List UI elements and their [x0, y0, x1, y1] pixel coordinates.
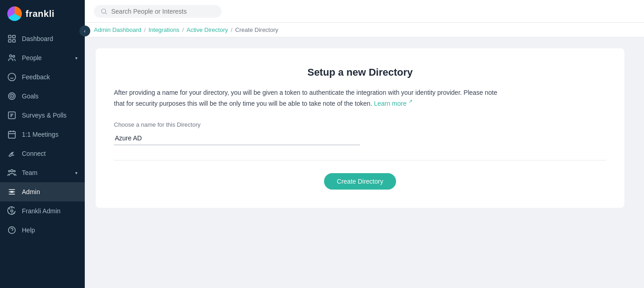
sidebar-item-team-label: Team	[22, 169, 37, 176]
sidebar-item-dashboard-label: Dashboard	[22, 35, 53, 42]
sidebar-item-goals-label: Goals	[22, 93, 39, 100]
sidebar-item-team[interactable]: Team ▾	[0, 163, 85, 182]
breadcrumb-active-directory[interactable]: Active Directory	[186, 26, 228, 33]
people-icon	[7, 53, 16, 62]
meetings-icon	[7, 130, 16, 139]
breadcrumb-create-directory: Create Directory	[235, 26, 278, 33]
search-box[interactable]	[94, 5, 222, 18]
breadcrumb-sep-1: /	[144, 26, 146, 33]
directory-name-input[interactable]	[114, 132, 360, 145]
breadcrumb-admin-dashboard[interactable]: Admin Dashboard	[94, 26, 141, 33]
svg-point-10	[11, 96, 12, 97]
goals-icon	[7, 92, 16, 101]
svg-point-20	[11, 170, 13, 172]
help-icon	[7, 226, 16, 235]
svg-rect-15	[9, 131, 15, 138]
directory-name-label: Choose a name for this Directory	[114, 121, 606, 128]
sidebar-item-people-label: People	[22, 54, 42, 62]
sidebar-item-admin-label: Admin	[22, 188, 40, 195]
svg-point-4	[10, 55, 12, 57]
card-description-text: After providing a name for your director…	[114, 89, 497, 107]
sidebar-item-help[interactable]: Help	[0, 221, 85, 240]
svg-line-31	[105, 13, 107, 14]
sidebar-nav: Dashboard People ▾ Feedback Goals	[0, 27, 85, 288]
svg-point-5	[13, 56, 15, 57]
sidebar-item-surveys[interactable]: Surveys & Polls	[0, 106, 85, 125]
card-title: Setup a new Directory	[114, 67, 606, 78]
sidebar-item-meetings[interactable]: 1:1 Meetings	[0, 125, 85, 144]
sidebar-item-meetings-label: 1:1 Meetings	[22, 131, 58, 138]
external-link-icon: ↗	[408, 98, 412, 104]
svg-point-21	[9, 170, 10, 172]
sidebar: frankli ‹ Dashboard People ▾ Feedback	[0, 0, 85, 288]
directory-name-form-group: Choose a name for this Directory	[114, 121, 606, 145]
sidebar-item-frankli-admin-label: Frankli Admin	[22, 207, 61, 215]
svg-rect-26	[10, 191, 14, 192]
team-icon	[7, 168, 16, 177]
sidebar-item-dashboard[interactable]: Dashboard	[0, 29, 85, 48]
card-description: After providing a name for your director…	[114, 87, 506, 108]
svg-rect-3	[13, 40, 15, 42]
sidebar-logo: frankli	[0, 0, 85, 27]
breadcrumb-sep-2: /	[182, 26, 184, 33]
sidebar-item-surveys-label: Surveys & Polls	[22, 112, 67, 119]
learn-more-link[interactable]: Learn more ↗	[374, 100, 412, 107]
setup-card: Setup a new Directory After providing a …	[96, 48, 624, 208]
sidebar-item-feedback-label: Feedback	[22, 73, 50, 81]
search-icon	[100, 8, 108, 15]
svg-point-8	[9, 93, 15, 100]
frankli-logo-icon	[7, 6, 22, 21]
sidebar-item-connect[interactable]: Connect	[0, 144, 85, 163]
svg-point-19	[11, 153, 12, 154]
connect-icon	[7, 149, 16, 158]
surveys-icon	[7, 111, 16, 120]
frankli-admin-icon	[7, 206, 16, 216]
sidebar-collapse-button[interactable]: ‹	[79, 26, 90, 36]
svg-rect-0	[9, 36, 11, 38]
svg-rect-2	[9, 40, 11, 42]
sidebar-logo-text: frankli	[26, 9, 55, 19]
content-area: Setup a new Directory After providing a …	[85, 37, 644, 288]
sidebar-item-help-label: Help	[22, 226, 35, 234]
sidebar-item-admin[interactable]: Admin	[0, 182, 85, 201]
svg-point-28	[9, 227, 15, 234]
feedback-icon	[7, 72, 16, 82]
breadcrumb-sep-3: /	[231, 26, 232, 33]
admin-icon	[7, 187, 16, 196]
sidebar-item-feedback[interactable]: Feedback	[0, 67, 85, 87]
sidebar-item-connect-label: Connect	[22, 150, 46, 157]
search-input[interactable]	[111, 8, 215, 15]
svg-rect-1	[13, 36, 15, 38]
svg-point-30	[102, 9, 106, 13]
breadcrumb: Admin Dashboard / Integrations / Active …	[85, 23, 644, 37]
sidebar-item-goals[interactable]: Goals	[0, 87, 85, 106]
breadcrumb-integrations[interactable]: Integrations	[149, 26, 180, 33]
create-directory-button[interactable]: Create Directory	[324, 173, 396, 190]
svg-point-22	[14, 170, 15, 172]
team-arrow-icon: ▾	[75, 170, 77, 175]
form-divider	[114, 160, 606, 160]
sidebar-item-people[interactable]: People ▾	[0, 48, 85, 67]
topbar	[85, 0, 644, 23]
sidebar-item-frankli-admin[interactable]: Frankli Admin	[0, 201, 85, 221]
people-arrow-icon: ▾	[75, 56, 77, 61]
svg-point-9	[10, 94, 14, 98]
dashboard-icon	[7, 34, 16, 43]
svg-point-27	[11, 210, 13, 212]
main-content: Admin Dashboard / Integrations / Active …	[85, 0, 644, 288]
